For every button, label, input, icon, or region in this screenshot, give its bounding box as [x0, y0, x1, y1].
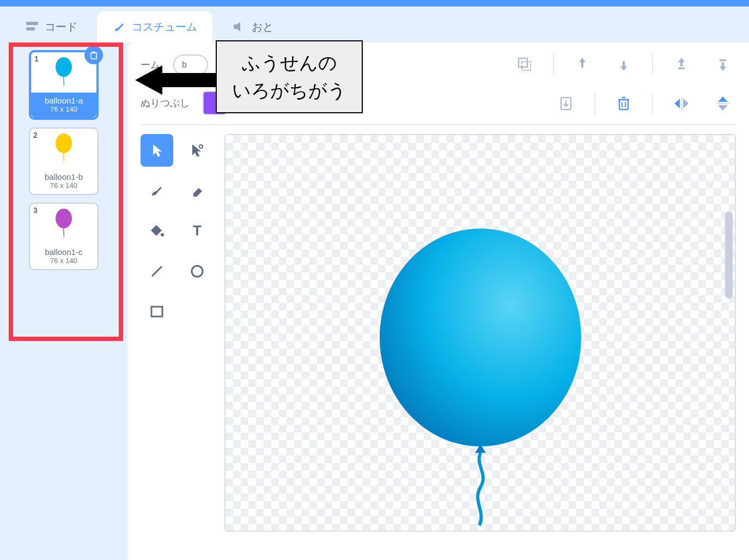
costume-info: balloon1-b 76 x 140 [30, 169, 98, 194]
delete-icon[interactable] [611, 90, 637, 117]
costume-item-balloon1-c[interactable]: 3 balloon1-c 76 x 140 [29, 203, 99, 270]
tab-sounds[interactable]: おと [217, 11, 289, 42]
costume-size: 76 x 140 [32, 257, 95, 265]
svg-rect-21 [157, 73, 221, 87]
separator [594, 92, 595, 115]
annotation-line2: いろがちがう [232, 77, 346, 105]
tool-palette: T [141, 134, 214, 532]
delete-costume-button[interactable] [84, 46, 103, 64]
flip-horizontal-icon[interactable] [668, 90, 695, 117]
costume-info: balloon1-c 76 x 140 [30, 244, 98, 269]
svg-rect-8 [678, 68, 685, 69]
text-tool[interactable]: T [181, 215, 214, 247]
svg-point-18 [192, 266, 203, 277]
svg-line-17 [152, 266, 162, 276]
separator [652, 92, 653, 115]
svg-point-4 [56, 133, 72, 153]
fill-tool[interactable] [141, 215, 173, 247]
reshape-tool[interactable] [181, 134, 214, 167]
svg-text:T: T [193, 223, 202, 239]
svg-rect-0 [26, 22, 38, 25]
circle-tool[interactable] [181, 255, 214, 288]
separator [652, 53, 653, 76]
svg-rect-19 [151, 307, 162, 316]
costume-name: balloon1-a [33, 96, 94, 105]
tab-code-label: コード [45, 20, 77, 34]
costume-thumb [30, 204, 98, 244]
paste-icon[interactable] [553, 90, 579, 117]
brush-tool[interactable] [141, 174, 173, 207]
costume-editor: ーム ぬりつぶし [127, 42, 749, 560]
svg-point-5 [56, 209, 72, 228]
brush-icon [112, 21, 126, 33]
sound-icon [232, 21, 246, 33]
svg-rect-7 [522, 62, 531, 70]
costume-name: balloon1-c [32, 247, 95, 257]
select-tool[interactable] [141, 134, 173, 167]
svg-rect-6 [519, 58, 527, 67]
backward-icon[interactable] [611, 51, 637, 77]
line-tool[interactable] [141, 255, 173, 288]
costume-number: 3 [33, 206, 38, 215]
costume-thumb [30, 129, 98, 169]
tab-code[interactable]: コード [10, 11, 93, 42]
front-icon[interactable] [668, 51, 695, 77]
costume-number: 1 [34, 54, 39, 63]
svg-point-2 [56, 57, 72, 77]
costume-item-balloon1-a[interactable]: 1 balloon1-a 76 x 140 [29, 50, 99, 120]
tab-costumes-label: コスチューム [132, 20, 197, 34]
forward-icon[interactable] [569, 51, 595, 77]
annotation-arrow [135, 61, 222, 99]
svg-rect-9 [720, 59, 726, 61]
tab-costumes[interactable]: コスチューム [97, 11, 212, 42]
costume-number: 2 [33, 131, 38, 139]
svg-point-14 [199, 145, 203, 148]
svg-rect-3 [91, 53, 96, 59]
group-icon[interactable] [511, 51, 538, 77]
code-icon [25, 21, 39, 33]
costume-size: 76 x 140 [33, 105, 94, 113]
canvas-scrollbar[interactable] [725, 211, 733, 299]
flip-vertical-icon[interactable] [710, 90, 736, 117]
svg-point-20 [380, 228, 581, 446]
svg-rect-1 [26, 27, 35, 31]
separator [553, 53, 554, 76]
drawing-canvas[interactable] [224, 134, 736, 532]
costume-name: balloon1-b [32, 172, 95, 181]
rectangle-tool[interactable] [141, 295, 173, 328]
costume-list: 1 balloon1-a 76 x 140 2 balloon1-b 76 x … [0, 42, 127, 560]
svg-rect-11 [619, 100, 628, 109]
costume-item-balloon1-b[interactable]: 2 balloon1-b 76 x 140 [29, 127, 99, 195]
costume-info: balloon1-a 76 x 140 [31, 93, 96, 118]
svg-point-15 [161, 233, 164, 236]
costume-size: 76 x 140 [32, 181, 95, 190]
annotation-line1: ふうせんの [242, 49, 337, 77]
divider [141, 124, 736, 125]
eraser-tool[interactable] [181, 174, 214, 207]
canvas-balloon [372, 223, 589, 528]
back-icon[interactable] [710, 51, 736, 77]
annotation-callout: ふうせんの いろがちがう [216, 40, 363, 113]
tab-sounds-label: おと [252, 20, 273, 34]
